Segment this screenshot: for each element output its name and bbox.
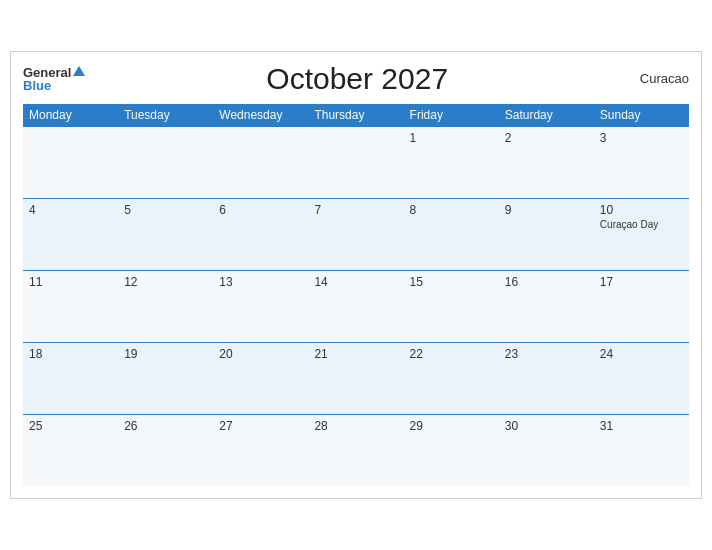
calendar-cell: 12 <box>118 270 213 342</box>
calendar-cell: 18 <box>23 342 118 414</box>
calendar-container: General Blue October 2027 Curacao Monday… <box>10 51 702 500</box>
day-number: 4 <box>29 203 112 217</box>
day-number: 28 <box>314 419 397 433</box>
country-name: Curacao <box>629 71 689 86</box>
header-friday: Friday <box>404 104 499 127</box>
day-number: 16 <box>505 275 588 289</box>
calendar-cell: 21 <box>308 342 403 414</box>
calendar-cell: 9 <box>499 198 594 270</box>
day-number: 27 <box>219 419 302 433</box>
calendar-cell: 3 <box>594 126 689 198</box>
calendar-cell: 28 <box>308 414 403 486</box>
month-title: October 2027 <box>85 62 629 96</box>
logo-blue-text: Blue <box>23 79 51 92</box>
calendar-cell: 27 <box>213 414 308 486</box>
calendar-cell: 30 <box>499 414 594 486</box>
calendar-cell: 31 <box>594 414 689 486</box>
calendar-cell <box>23 126 118 198</box>
day-number: 26 <box>124 419 207 433</box>
day-number: 17 <box>600 275 683 289</box>
calendar-cell: 10Curaçao Day <box>594 198 689 270</box>
calendar-week-row: 25262728293031 <box>23 414 689 486</box>
calendar-cell: 26 <box>118 414 213 486</box>
calendar-cell: 24 <box>594 342 689 414</box>
day-number: 18 <box>29 347 112 361</box>
day-number: 11 <box>29 275 112 289</box>
header-saturday: Saturday <box>499 104 594 127</box>
day-number: 9 <box>505 203 588 217</box>
day-number: 24 <box>600 347 683 361</box>
day-number: 12 <box>124 275 207 289</box>
calendar-week-row: 11121314151617 <box>23 270 689 342</box>
calendar-cell: 11 <box>23 270 118 342</box>
day-number: 23 <box>505 347 588 361</box>
logo-triangle-icon <box>73 66 85 76</box>
event-label: Curaçao Day <box>600 219 683 230</box>
calendar-cell <box>118 126 213 198</box>
day-number: 30 <box>505 419 588 433</box>
calendar-cell: 29 <box>404 414 499 486</box>
logo-general-text: General <box>23 66 71 79</box>
calendar-week-row: 18192021222324 <box>23 342 689 414</box>
day-number: 5 <box>124 203 207 217</box>
calendar-grid: Monday Tuesday Wednesday Thursday Friday… <box>23 104 689 487</box>
calendar-cell: 17 <box>594 270 689 342</box>
calendar-cell <box>308 126 403 198</box>
calendar-cell: 5 <box>118 198 213 270</box>
day-number: 31 <box>600 419 683 433</box>
day-number: 15 <box>410 275 493 289</box>
calendar-cell: 19 <box>118 342 213 414</box>
calendar-cell: 25 <box>23 414 118 486</box>
day-number: 7 <box>314 203 397 217</box>
day-number: 13 <box>219 275 302 289</box>
day-number: 3 <box>600 131 683 145</box>
header-tuesday: Tuesday <box>118 104 213 127</box>
day-number: 29 <box>410 419 493 433</box>
calendar-cell <box>213 126 308 198</box>
calendar-cell: 8 <box>404 198 499 270</box>
calendar-cell: 20 <box>213 342 308 414</box>
calendar-cell: 15 <box>404 270 499 342</box>
day-number: 2 <box>505 131 588 145</box>
calendar-cell: 1 <box>404 126 499 198</box>
calendar-cell: 6 <box>213 198 308 270</box>
weekday-header-row: Monday Tuesday Wednesday Thursday Friday… <box>23 104 689 127</box>
calendar-header: General Blue October 2027 Curacao <box>23 62 689 96</box>
day-number: 14 <box>314 275 397 289</box>
day-number: 20 <box>219 347 302 361</box>
calendar-cell: 14 <box>308 270 403 342</box>
calendar-cell: 23 <box>499 342 594 414</box>
day-number: 8 <box>410 203 493 217</box>
logo: General Blue <box>23 66 85 92</box>
calendar-cell: 13 <box>213 270 308 342</box>
header-monday: Monday <box>23 104 118 127</box>
calendar-week-row: 45678910Curaçao Day <box>23 198 689 270</box>
day-number: 21 <box>314 347 397 361</box>
calendar-cell: 2 <box>499 126 594 198</box>
day-number: 6 <box>219 203 302 217</box>
day-number: 25 <box>29 419 112 433</box>
calendar-cell: 16 <box>499 270 594 342</box>
day-number: 19 <box>124 347 207 361</box>
calendar-week-row: 123 <box>23 126 689 198</box>
calendar-cell: 22 <box>404 342 499 414</box>
header-wednesday: Wednesday <box>213 104 308 127</box>
calendar-cell: 7 <box>308 198 403 270</box>
day-number: 10 <box>600 203 683 217</box>
calendar-cell: 4 <box>23 198 118 270</box>
header-thursday: Thursday <box>308 104 403 127</box>
header-sunday: Sunday <box>594 104 689 127</box>
day-number: 22 <box>410 347 493 361</box>
day-number: 1 <box>410 131 493 145</box>
